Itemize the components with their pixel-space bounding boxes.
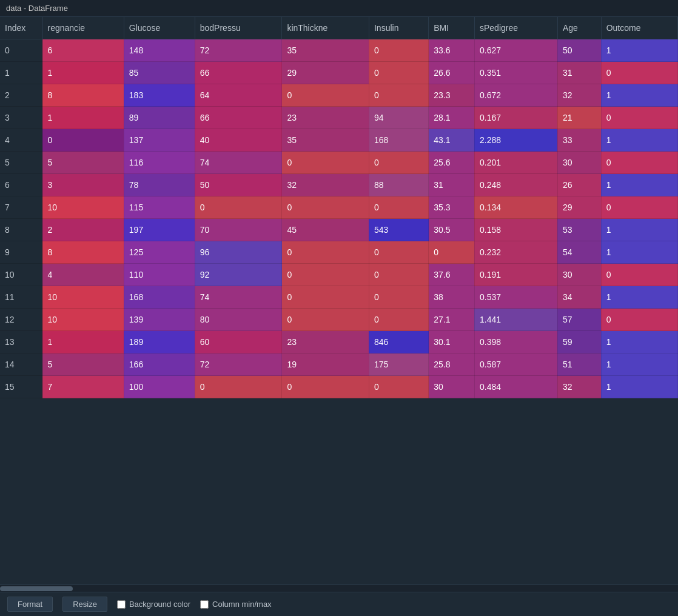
outcome-cell: 1 (601, 129, 677, 152)
age-cell: 26 (557, 174, 601, 196)
scrollbar-thumb[interactable] (0, 586, 73, 591)
glucose-cell: 137 (124, 129, 195, 152)
bmi-cell: 25.6 (429, 152, 475, 174)
glucose-cell: 183 (124, 84, 195, 107)
age-cell: 34 (557, 286, 601, 309)
skin-cell: 35 (282, 39, 369, 62)
outcome-cell: 1 (601, 219, 677, 241)
dpf-cell: 0.134 (474, 196, 557, 219)
col-header-4[interactable]: kinThickne (282, 17, 369, 39)
bg-color-checkbox[interactable] (117, 600, 126, 609)
insulin-cell: 0 (369, 84, 428, 107)
bp-cell: 92 (195, 264, 282, 286)
glucose-cell: 139 (124, 309, 195, 331)
outcome-cell: 1 (601, 331, 677, 353)
pregnancies-cell: 8 (42, 241, 124, 264)
dpf-cell: 0.537 (474, 286, 557, 309)
bp-cell: 72 (195, 353, 282, 376)
bmi-cell: 30.1 (429, 331, 475, 353)
skin-cell: 29 (282, 62, 369, 84)
pregnancies-cell: 10 (42, 286, 124, 309)
bp-cell: 50 (195, 174, 282, 196)
index-cell: 9 (0, 241, 42, 264)
age-cell: 31 (557, 62, 601, 84)
dpf-cell: 0.191 (474, 264, 557, 286)
outcome-cell: 1 (601, 174, 677, 196)
skin-cell: 23 (282, 107, 369, 129)
index-cell: 5 (0, 152, 42, 174)
col-header-1[interactable]: regnancie (42, 17, 124, 39)
table-row: 131189602384630.10.398591 (0, 331, 678, 353)
bp-cell: 66 (195, 62, 282, 84)
bp-cell: 66 (195, 107, 282, 129)
resize-button[interactable]: Resize (62, 597, 107, 612)
bg-color-label[interactable]: Background color (117, 600, 190, 609)
pregnancies-cell: 10 (42, 196, 124, 219)
col-minmax-checkbox[interactable] (200, 600, 209, 609)
col-header-8[interactable]: Age (557, 17, 601, 39)
age-cell: 59 (557, 331, 601, 353)
table-row: 98125960000.232541 (0, 241, 678, 264)
outcome-cell: 1 (601, 39, 677, 62)
bmi-cell: 26.6 (429, 62, 475, 84)
horizontal-scrollbar[interactable] (0, 584, 678, 592)
age-cell: 57 (557, 309, 601, 331)
col-minmax-label[interactable]: Column min/max (200, 600, 272, 609)
skin-cell: 45 (282, 219, 369, 241)
glucose-cell: 116 (124, 152, 195, 174)
col-header-7[interactable]: sPedigree (474, 17, 557, 39)
insulin-cell: 0 (369, 39, 428, 62)
index-cell: 15 (0, 376, 42, 398)
bmi-cell: 25.8 (429, 353, 475, 376)
table-row: 40137403516843.12.288331 (0, 129, 678, 152)
table-row: 157100000300.484321 (0, 376, 678, 398)
bottom-bar: Format Resize Background color Column mi… (0, 592, 678, 616)
outcome-cell: 0 (601, 62, 677, 84)
glucose-cell: 89 (124, 107, 195, 129)
window-title: data - DataFrame (6, 4, 68, 13)
index-cell: 11 (0, 286, 42, 309)
col-header-3[interactable]: bodPressu (195, 17, 282, 39)
index-cell: 12 (0, 309, 42, 331)
col-header-5[interactable]: Insulin (369, 17, 428, 39)
glucose-cell: 148 (124, 39, 195, 62)
dpf-cell: 0.672 (474, 84, 557, 107)
outcome-cell: 0 (601, 152, 677, 174)
bmi-cell: 33.6 (429, 39, 475, 62)
glucose-cell: 100 (124, 376, 195, 398)
pregnancies-cell: 8 (42, 84, 124, 107)
col-header-2[interactable]: Glucose (124, 17, 195, 39)
table-row: 11856629026.60.351310 (0, 62, 678, 84)
dpf-cell: 0.248 (474, 174, 557, 196)
insulin-cell: 94 (369, 107, 428, 129)
skin-cell: 0 (282, 241, 369, 264)
index-cell: 8 (0, 219, 42, 241)
bp-cell: 70 (195, 219, 282, 241)
glucose-cell: 168 (124, 286, 195, 309)
bp-cell: 80 (195, 309, 282, 331)
pregnancies-cell: 0 (42, 129, 124, 152)
dpf-cell: 1.441 (474, 309, 557, 331)
format-button[interactable]: Format (7, 597, 53, 612)
table-row: 28183640023.30.672321 (0, 84, 678, 107)
age-cell: 29 (557, 196, 601, 219)
table-container[interactable]: IndexregnancieGlucosebodPressukinThickne… (0, 17, 678, 584)
age-cell: 33 (557, 129, 601, 152)
insulin-cell: 0 (369, 152, 428, 174)
col-header-6[interactable]: BMI (429, 17, 475, 39)
glucose-cell: 85 (124, 62, 195, 84)
skin-cell: 32 (282, 174, 369, 196)
dpf-cell: 2.288 (474, 129, 557, 152)
bmi-cell: 35.3 (429, 196, 475, 219)
index-cell: 14 (0, 353, 42, 376)
skin-cell: 0 (282, 196, 369, 219)
skin-cell: 0 (282, 264, 369, 286)
bp-cell: 0 (195, 376, 282, 398)
pregnancies-cell: 5 (42, 152, 124, 174)
outcome-cell: 1 (601, 84, 677, 107)
insulin-cell: 0 (369, 309, 428, 331)
col-header-0[interactable]: Index (0, 17, 42, 39)
glucose-cell: 110 (124, 264, 195, 286)
col-header-9[interactable]: Outcome (601, 17, 677, 39)
dpf-cell: 0.351 (474, 62, 557, 84)
